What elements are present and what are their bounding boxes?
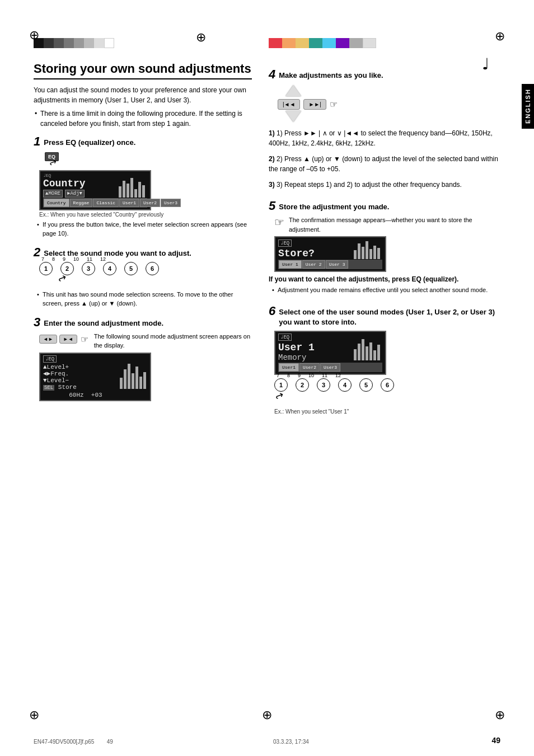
btn-1[interactable]: 1	[39, 262, 53, 275]
color-bars-left	[34, 38, 114, 48]
bullet-text: There is a time limit in doing the follo…	[40, 109, 252, 129]
screen1-tabs: Country Reggae Classic User1 User2 User3	[43, 198, 147, 208]
s6-pos-12: 12	[335, 373, 341, 378]
s3-tab-user2: User 2	[302, 260, 325, 269]
intro-text: You can adjust the sound modes to your p…	[34, 85, 252, 105]
step3-note: The following sound mode adjustment scre…	[94, 332, 252, 350]
screen2-line5: 60Hz +03	[43, 392, 102, 398]
screen4-display: ♩EQ User 1 Memory	[274, 331, 386, 375]
eq-bar-3	[127, 184, 129, 198]
s4-eq-bar3	[362, 339, 364, 360]
s3-eq-bar1	[354, 250, 357, 259]
up-triangle	[285, 85, 301, 98]
step4-title: Make adjustments as you like.	[279, 68, 383, 81]
screen2-container: ♩EQ ▲Level+ ◄►Freq. ▼Level− SEL Store 60…	[39, 353, 252, 401]
english-sidebar-label: ENGLISH	[522, 84, 534, 129]
s6-pos-7: 7	[277, 373, 279, 378]
s2-eq-bar2	[124, 369, 127, 389]
step4-header: 4 Make adjustments as you like.	[269, 68, 500, 81]
step3-title: Enter the sound adjustment mode.	[44, 316, 163, 328]
screen4-eq-badge: ♩EQ	[278, 334, 292, 341]
crosshair-bottom-right: ⊕	[495, 708, 505, 722]
step4-hand: ☞	[330, 99, 338, 110]
tab-user3: User3	[161, 199, 181, 207]
s4-eq-bar4	[366, 346, 368, 360]
substep1-num: 1)	[269, 129, 275, 137]
crosshair-bottom-center: ⊕	[262, 708, 272, 722]
crosshair-bottom-left: ⊕	[29, 708, 39, 722]
pos-12: 12	[100, 256, 106, 262]
s3-eq-bar2	[358, 243, 360, 259]
btn-6[interactable]: 6	[146, 262, 159, 275]
footer-filename: EN47-49DV5000[J]f.p65	[34, 739, 94, 745]
s2-eq-bar6	[139, 377, 142, 389]
screen1-adj: ►Adj▼	[65, 190, 85, 198]
screen1-caption: Ex.: When you have selected "Country" pr…	[39, 212, 252, 218]
s6-pos-9: 9	[298, 373, 301, 378]
screen4-tabs: User1 User2 User3	[278, 363, 382, 372]
screen2-display: ♩EQ ▲Level+ ◄►Freq. ▼Level− SEL Store 60…	[39, 353, 151, 401]
s3-eq-bar5	[369, 249, 372, 259]
s2-eq-bar7	[143, 372, 146, 389]
step5-cancel-label: If you want to cancel the adjustments, p…	[269, 275, 500, 283]
step2-num-buttons: 7 8 9 10 11 12 1 2 3 4 5 6 ↩	[39, 262, 252, 275]
s4-eq-bar1	[354, 349, 357, 360]
s6-pos-10: 10	[308, 373, 314, 378]
s2-eq-bar1	[120, 378, 123, 389]
eq-bar-5	[134, 189, 137, 198]
s3-eq-bar3	[362, 247, 364, 259]
substep2-text: 2) Press ▲ (up) or ▼ (down) to adjust th…	[269, 155, 498, 173]
screen3-main-text: Store?	[278, 248, 315, 259]
pos-8: 8	[52, 256, 55, 262]
s6-btn-3[interactable]: 3	[317, 378, 330, 392]
substep3-num: 3)	[269, 181, 275, 189]
s4-eq-bar6	[373, 350, 376, 360]
screen1-container: ♩EQ Country ▲MORE ►Adj▼	[39, 170, 252, 218]
page-number: 49	[491, 736, 500, 745]
screen2-line1: ▲Level+	[43, 364, 102, 370]
footer-page-center: 49	[107, 739, 113, 745]
eq-bar-2	[123, 181, 125, 198]
eq-bar-1	[119, 186, 121, 198]
btn-3[interactable]: 3	[82, 262, 95, 275]
s2-eq-bar3	[128, 364, 130, 389]
s2-eq-bar4	[132, 373, 134, 389]
s4-eq-bar7	[377, 345, 380, 360]
s4-eq-bar5	[369, 342, 372, 360]
substep3-text: 3) Repeat steps 1) and 2) to adjust the …	[277, 181, 462, 189]
s4-eq-bar2	[358, 344, 360, 360]
step5-content: ☞ The confirmation message appears—wheth…	[274, 215, 500, 234]
step5-header: 5 Store the adjustment you made.	[269, 200, 500, 212]
step1-title: Press EQ (equalizer) once.	[44, 135, 135, 148]
s6-btn-5[interactable]: 5	[359, 378, 373, 392]
screen3-eq-badge: ♩EQ	[278, 240, 292, 247]
step1-note: If you press the button twice, the level…	[43, 220, 252, 238]
step3-header: 3 Enter the sound adjustment mode.	[34, 316, 252, 328]
eq-bar-6	[138, 182, 141, 198]
screen2-line2: ◄►Freq.	[43, 370, 102, 377]
crosshair-top-right: ⊕	[495, 29, 505, 44]
step3-content: ◄► ►◄ ☞ The following sound mode adjustm…	[39, 332, 252, 350]
down-triangle	[285, 111, 301, 124]
s3-eq-bar4	[366, 241, 368, 259]
s6-btn-2[interactable]: 2	[296, 378, 309, 392]
screen3-container: ♩EQ Store? User 1	[274, 236, 500, 272]
tab-user1: User1	[119, 199, 139, 207]
screen4-container: ♩EQ User 1 Memory	[274, 331, 500, 375]
step4-substep3: 3) 3) Repeat steps 1) and 2) to adjust t…	[269, 180, 500, 190]
btn-5[interactable]: 5	[124, 262, 138, 275]
s6-btn-6[interactable]: 6	[381, 378, 394, 392]
step2-note: This unit has two sound mode selection s…	[43, 290, 252, 308]
step6-title: Select one of the user sound modes (User…	[279, 305, 500, 327]
s4-tab-user1: User1	[279, 363, 299, 372]
step1-header: 1 Press EQ (equalizer) once.	[34, 135, 252, 148]
step3-hand-icon: ☞	[81, 334, 88, 345]
crosshair-top-center: ⊕	[196, 31, 206, 44]
step4-middle-row: |◄◄ ►►| ☞	[278, 99, 338, 110]
btn-4[interactable]: 4	[103, 262, 116, 275]
left-column: Storing your own sound adjustments You c…	[34, 62, 252, 403]
s6-btn-4[interactable]: 4	[338, 378, 352, 392]
s3-eq-bar7	[377, 248, 380, 259]
screen4-line2: Memory	[278, 353, 315, 362]
screen1-main-text: Country	[43, 178, 86, 189]
